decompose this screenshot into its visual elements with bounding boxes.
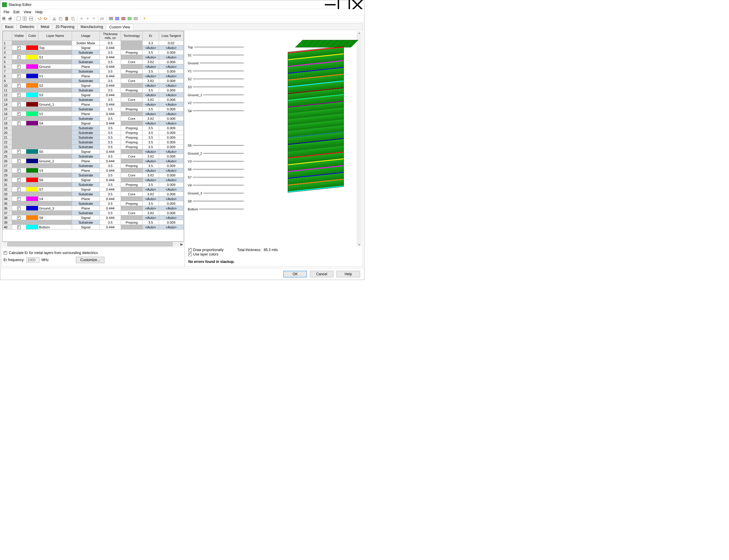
visible-checkbox[interactable] (17, 46, 21, 50)
col-header[interactable]: Color (26, 31, 38, 41)
cut-icon[interactable] (51, 16, 57, 22)
table-row[interactable]: 21Substrate3.5Prepreg3.50.009 (3, 135, 183, 140)
color-swatch[interactable] (26, 215, 38, 220)
remove-layer-icon[interactable] (91, 16, 97, 22)
visible-checkbox[interactable] (17, 150, 21, 153)
table-row[interactable]: 14Ground_1Plane0.444<Auto><Auto> (3, 102, 183, 107)
visible-checkbox[interactable] (17, 55, 21, 59)
ok-button[interactable]: OK (283, 271, 307, 277)
lines-darkred-icon[interactable] (120, 16, 126, 22)
color-swatch[interactable] (26, 55, 38, 59)
table-row[interactable]: 23Substrate3.5Prepreg3.50.009 (3, 145, 183, 149)
stackup-3d-view[interactable]: ▲▼ TopS1GroundV1S2S3Ground_1V2S4S5Ground… (186, 31, 361, 246)
table-row[interactable]: 32S7Signal0.444<Auto><Auto> (3, 187, 183, 192)
list-order-icon[interactable] (99, 16, 105, 22)
menu-file[interactable]: File (1, 9, 11, 15)
visible-checkbox[interactable] (17, 188, 21, 191)
color-swatch[interactable] (26, 102, 38, 107)
visible-checkbox[interactable] (17, 169, 21, 172)
tab-custom-view[interactable]: Custom View (106, 24, 133, 30)
table-row[interactable]: 4S1Signal0.444<Auto><Auto> (3, 55, 183, 60)
col-header[interactable]: Technology (121, 31, 142, 41)
menu-edit[interactable]: Edit (11, 9, 22, 15)
minimize-button[interactable] (323, 0, 337, 9)
table-row[interactable]: 24S5Signal0.444<Auto><Auto> (3, 149, 183, 154)
color-swatch[interactable] (26, 121, 38, 125)
table-row[interactable]: 26Ground_2Plane0.444<Auto><Auto> (3, 159, 183, 163)
table-row[interactable]: 35Substrate3.5Prepreg3.50.009 (3, 201, 183, 206)
table-row[interactable]: 39Substrate3.5Prepreg3.50.009 (3, 220, 183, 225)
paste-icon[interactable]: W (64, 16, 70, 22)
table-row[interactable]: 3Substrate3.5Prepreg3.50.009 (3, 50, 183, 55)
visible-checkbox[interactable] (17, 74, 21, 78)
color-swatch[interactable] (26, 206, 38, 210)
table-row[interactable]: 22Substrate3.5Prepreg3.50.009 (3, 140, 183, 145)
tab-dielectric[interactable]: Dielectric (17, 24, 37, 30)
add-layer-below-icon[interactable] (85, 16, 91, 22)
use-layer-colors-checkbox[interactable]: Use layer colors (188, 252, 218, 256)
table-row[interactable]: 34V4Plane0.444<Auto><Auto> (3, 197, 183, 201)
table-row[interactable]: 37Substrate3.5Core3.820.008 (3, 211, 183, 215)
col-header[interactable] (3, 31, 12, 41)
close-button[interactable] (350, 0, 364, 9)
stackup-table[interactable]: VisibleColorLayer NameUsageThicknessmils… (2, 31, 184, 242)
color-swatch[interactable] (26, 93, 38, 97)
cancel-button[interactable]: Cancel (310, 271, 333, 277)
col-header[interactable]: Thicknessmils, oz (99, 31, 121, 41)
table-row[interactable]: 2TopSignal0.444<Auto><Auto> (3, 45, 183, 50)
color-swatch[interactable] (26, 112, 38, 116)
table-row[interactable]: 27Substrate3.5Prepreg3.50.009 (3, 163, 183, 168)
undo-icon[interactable] (37, 16, 42, 22)
table-row[interactable]: 12S3Signal0.444<Auto><Auto> (3, 93, 183, 97)
help-icon[interactable]: ? (141, 16, 147, 22)
horizontal-scrollbar[interactable]: ▶ (2, 242, 184, 246)
tab-metal[interactable]: Metal (37, 24, 53, 30)
table-row[interactable]: 28V3Plane0.444<Auto><Auto> (3, 168, 183, 173)
lines-blue-icon[interactable] (114, 16, 120, 22)
color-swatch[interactable] (26, 187, 38, 191)
lines-gray-icon[interactable] (133, 16, 139, 22)
table-row[interactable]: 10S2Signal0.444<Auto><Auto> (3, 83, 183, 88)
table-row[interactable]: 33Substrate3.5Core3.820.008 (3, 192, 183, 197)
table-row[interactable]: 19Substrate3.5Prepreg3.50.009 (3, 126, 183, 130)
copy-icon[interactable] (58, 16, 63, 22)
view-split-v-icon[interactable] (22, 16, 28, 22)
table-row[interactable]: 6GroundPlane0.444<Auto><Auto> (3, 64, 183, 69)
visible-checkbox[interactable] (17, 65, 21, 68)
color-swatch[interactable] (26, 74, 38, 78)
view-split-h-icon[interactable] (28, 16, 34, 22)
customize-button[interactable]: Customize... (76, 257, 104, 263)
table-row[interactable]: 11Substrate3.5Prepreg3.50.009 (3, 88, 183, 93)
color-swatch[interactable] (26, 159, 38, 163)
table-row[interactable]: 16V2Plane0.444<Auto><Auto> (3, 112, 183, 116)
table-row[interactable]: 1Solder Mask0.53.30.02 (3, 41, 183, 45)
col-header[interactable]: Loss Tangent (159, 31, 183, 41)
er-freq-input[interactable] (26, 257, 40, 263)
col-header[interactable]: Er (142, 31, 159, 41)
visible-checkbox[interactable] (17, 122, 21, 125)
table-row[interactable]: 8V1Plane0.444<Auto><Auto> (3, 74, 183, 78)
visible-checkbox[interactable] (17, 207, 21, 210)
visible-checkbox[interactable] (17, 197, 21, 201)
table-row[interactable]: 17Substrate3.5Core3.820.008 (3, 116, 183, 121)
draw-proportionally-checkbox[interactable]: Draw proportionally (188, 248, 223, 252)
table-row[interactable]: 13Substrate3.5Core3.820.008 (3, 97, 183, 102)
tab-manufacturing[interactable]: Manufacturing (77, 24, 106, 30)
visible-checkbox[interactable] (17, 178, 21, 182)
col-header[interactable]: Visible (12, 31, 26, 41)
table-row[interactable]: 5Substrate3.5Core3.820.008 (3, 60, 183, 64)
lines-green-icon[interactable] (127, 16, 132, 22)
calc-er-checkbox[interactable] (4, 251, 7, 255)
visible-checkbox[interactable] (17, 84, 21, 87)
visible-checkbox[interactable] (17, 159, 21, 163)
maximize-button[interactable] (337, 0, 350, 9)
paste-special-icon[interactable] (70, 16, 76, 22)
print-icon[interactable] (1, 16, 7, 22)
visible-checkbox[interactable] (17, 93, 21, 97)
col-header[interactable]: Layer Name (38, 31, 72, 41)
help-button[interactable]: Help (336, 271, 360, 277)
color-swatch[interactable] (26, 149, 38, 154)
color-swatch[interactable] (26, 168, 38, 173)
color-red-icon[interactable] (108, 16, 114, 22)
view-single-icon[interactable] (16, 16, 22, 22)
